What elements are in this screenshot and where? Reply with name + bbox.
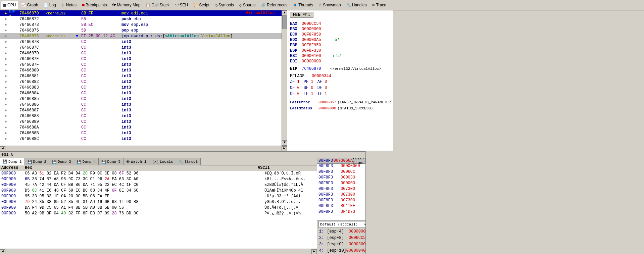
callstack-dropdown[interactable]: Default (stdcall) bbox=[318, 221, 365, 228]
flag-tf[interactable]: TF 1 bbox=[304, 92, 313, 97]
reg-ebx[interactable]: EBX 00000000 bbox=[290, 27, 391, 32]
dump-row-0[interactable]: 00F900 C6 A3 51 82 EA F2 B4 D4 2C F9 0C … bbox=[0, 171, 317, 177]
dump-row-4[interactable]: 00F900 95 33 95 33 1F 0A 20 0C 5B C6 FA … bbox=[0, 194, 317, 200]
symbols-tab-button[interactable]: ◇ Symbols bbox=[212, 1, 236, 9]
memory-map-tab-button[interactable]: 🗺 Memory Map bbox=[110, 1, 143, 9]
dump-scroll-left[interactable]: ◄ bbox=[0, 249, 5, 254]
flag-zf[interactable]: ZF 1 bbox=[290, 80, 300, 85]
threads-tab-button[interactable]: 🧵 Threads bbox=[290, 1, 315, 9]
flag-pf[interactable]: PF 1 bbox=[304, 80, 313, 85]
cs-row-4[interactable]: 4: [esp+10] 00000040 bbox=[318, 248, 365, 253]
dump-row-3[interactable]: 00F900 D5 6C 41 E6 48 CF 59 EC BC 68 34 … bbox=[0, 188, 317, 194]
flag-sf[interactable]: SF 0 bbox=[304, 86, 313, 91]
dump-row-2[interactable]: 00F900 45 7A 42 44 DA CF BB B6 DA 71 95 … bbox=[0, 183, 317, 188]
disasm-row-17[interactable]: ●76466886CCint3 bbox=[0, 102, 282, 107]
call-stack-tab-button[interactable]: 📋 Call Stack bbox=[143, 1, 172, 9]
locals-tab[interactable]: [x] Locals bbox=[149, 158, 176, 165]
breakpoints-tab-button[interactable]: Breakpoints bbox=[80, 1, 109, 9]
disasm-row-7[interactable]: ●7646687CCCint3 bbox=[0, 45, 282, 50]
trace-tab-button[interactable]: ✏ Trace bbox=[370, 1, 389, 9]
disasm-scroll-down[interactable]: ▼ bbox=[282, 140, 287, 146]
disasm-row-10[interactable]: ●7646687FCCint3 bbox=[0, 62, 282, 67]
disasm-row-12[interactable]: ●76466881CCint3 bbox=[0, 73, 282, 79]
disasm-row-3[interactable]: ● 76466873 8B EC mov ebp,esp bbox=[0, 22, 282, 28]
cs-row-3[interactable]: 3: [esp+C] 00003000 bbox=[318, 241, 365, 247]
watch1-tab[interactable]: 👁 Watch 1 bbox=[123, 158, 149, 165]
disasm-scroll-right[interactable]: ► bbox=[282, 146, 287, 151]
script-tab-button[interactable]: 📜 Script bbox=[191, 1, 212, 9]
stack-row-1[interactable]: 00F8F3 0006CC bbox=[317, 169, 365, 175]
cpu-tab-button[interactable]: ▦ CPU bbox=[1, 1, 18, 9]
flag-af[interactable]: AF 0 bbox=[317, 80, 327, 85]
dump1-tab[interactable]: 💾 Dump 1 bbox=[0, 158, 25, 165]
stack-row-2[interactable]: 00F8F3 000030 bbox=[317, 175, 365, 181]
disasm-vscrollbar[interactable]: ▲ ▼ bbox=[282, 10, 287, 146]
disasm-row-11[interactable]: ●76466880CCint3 bbox=[0, 67, 282, 73]
disasm-row-15[interactable]: ●76466884CCint3 bbox=[0, 90, 282, 96]
reg-edi[interactable]: EDI 00000000 bbox=[290, 59, 391, 64]
snowman-tab-button[interactable]: ☃ Snowman bbox=[316, 1, 343, 9]
notes-tab-button[interactable]: 🗒 Notes bbox=[59, 1, 79, 9]
references-tab-button[interactable]: 🔗 References bbox=[259, 1, 290, 9]
flag-if[interactable]: IF 1 bbox=[317, 92, 327, 97]
disasm-row-23[interactable]: ●7646688CCCint3 bbox=[0, 136, 282, 142]
disasm-row-6[interactable]: ●7646687BCCint3 bbox=[0, 39, 282, 45]
stack-row-3[interactable]: 00F8F3 000000 bbox=[317, 181, 365, 187]
stack-row-4[interactable]: 00F8F3 007300 bbox=[317, 187, 365, 192]
graph-tab-button[interactable]: 📈 Graph bbox=[19, 1, 40, 9]
disasm-row-19[interactable]: ●76466888CCint3 bbox=[0, 113, 282, 119]
reg-ecx[interactable]: ECX 00F8F850 bbox=[290, 32, 391, 37]
disasm-row-16[interactable]: ●76466885CCint3 bbox=[0, 96, 282, 102]
disasm-row-13[interactable]: ●76466882CCint3 bbox=[0, 79, 282, 85]
handles-tab-button[interactable]: 🔧 Handles bbox=[344, 1, 369, 9]
seh-tab-button[interactable]: 🛡 SEH bbox=[173, 1, 191, 9]
reg-eflags[interactable]: EFLAGS 00000344 bbox=[290, 73, 391, 79]
hide-fpu-button[interactable]: Hide FPU bbox=[290, 12, 313, 18]
disasm-row-2[interactable]: ● 76466872 55 push ebp bbox=[0, 16, 282, 22]
cs-row-1[interactable]: 1: [esp+4] 00000000 bbox=[318, 228, 365, 234]
stack-row-6[interactable]: 00F8F3 007300 bbox=[317, 198, 365, 204]
disasm-scroll-thumb[interactable] bbox=[282, 16, 287, 29]
dump2-tab[interactable]: 💾 Dump 2 bbox=[25, 158, 50, 165]
log-tab-button[interactable]: 📄 Log bbox=[41, 1, 58, 9]
flag-of[interactable]: OF 0 bbox=[290, 86, 300, 91]
stack-row-8[interactable]: 00F8F3 3F4D73 bbox=[317, 209, 365, 215]
disasm-row-21[interactable]: ●7646688ACCint3 bbox=[0, 124, 282, 130]
dump3-tab[interactable]: 💾 Dump 3 bbox=[49, 158, 74, 165]
dump5-tab[interactable]: 💾 Dump 5 bbox=[99, 158, 123, 165]
disasm-row-22[interactable]: ●7646688BCCint3 bbox=[0, 130, 282, 136]
disasm-row-4[interactable]: ● 76466875 5D pop ebp bbox=[0, 28, 282, 33]
flag-df[interactable]: DF 0 bbox=[317, 86, 327, 91]
struct-tab[interactable]: 🔧 Struct bbox=[176, 158, 201, 165]
disasm-row-8[interactable]: ●7646687DCCint3 bbox=[0, 50, 282, 56]
disasm-scroll-up[interactable]: ▲ bbox=[282, 10, 287, 16]
stack-highlighted-row[interactable]: 00F8F3 0073068A return to 0073068A from … bbox=[317, 158, 365, 164]
flag-cf[interactable]: CF 0 bbox=[290, 92, 300, 97]
dump-row-5[interactable]: 00F900 79 24 35 38 85 52 85 4F 31 AD 19 … bbox=[0, 200, 317, 205]
disasm-row-14[interactable]: ●76466883CCint3 bbox=[0, 85, 282, 90]
dump4-tab[interactable]: 💾 Dump 4 bbox=[74, 158, 99, 165]
disasm-scroll-track[interactable] bbox=[282, 16, 287, 140]
disasm-row-9[interactable]: ●7646687ECCint3 bbox=[0, 56, 282, 62]
disasm-row-20[interactable]: ●76466889CCint3 bbox=[0, 119, 282, 124]
dump-hscroll-track[interactable] bbox=[5, 249, 311, 254]
reg-ebp[interactable]: EBP 00F8F950 bbox=[290, 43, 391, 48]
disasm-row-jmp[interactable]: ● 76466876 <kernel32 ▼ FF 25 0C 12 4C jm… bbox=[0, 33, 282, 39]
dump-row-7[interactable]: 00F900 50 A2 9B BF 04 40 32 FF 8F EB D7 … bbox=[0, 211, 317, 217]
disasm-scroll-left[interactable]: ◄ bbox=[0, 146, 5, 151]
disasm-hscrollbar[interactable]: ◄ ► bbox=[0, 146, 287, 151]
disasm-row-18[interactable]: ●76466887CCint3 bbox=[0, 107, 282, 113]
cs-row-2[interactable]: 2: [esp+8] 0006CC54 bbox=[318, 235, 365, 241]
dump-scroll-right[interactable]: ► bbox=[311, 249, 317, 254]
reg-eax[interactable]: EAX 0006CC54 bbox=[290, 21, 391, 27]
stack-row-5[interactable]: 00F8F3 007300 bbox=[317, 192, 365, 198]
source-tab-button[interactable]: ◇ Source bbox=[237, 1, 258, 9]
disasm-eip-row[interactable]: ● EIP → 76466870 <kernel32 8B FF mov edi… bbox=[0, 10, 282, 16]
stack-row-0[interactable]: 00F8F3 00000000 bbox=[317, 164, 365, 169]
reg-edx[interactable]: EDX 000000A5 '¥' bbox=[290, 37, 391, 43]
reg-eip[interactable]: EIP 76466870 <kernel32.VirtualAlloc> bbox=[290, 66, 391, 71]
stack-row-7[interactable]: 00F8F3 BC11EE bbox=[317, 204, 365, 209]
dump-row-1[interactable]: 00F900 6B 38 74 B7 A8 95 9C 73 3C C1 96 … bbox=[0, 177, 317, 183]
reg-esp[interactable]: ESP 00F8F330 bbox=[290, 48, 391, 53]
reg-esi[interactable]: ESI 00000100 L'Ā' bbox=[290, 53, 391, 59]
